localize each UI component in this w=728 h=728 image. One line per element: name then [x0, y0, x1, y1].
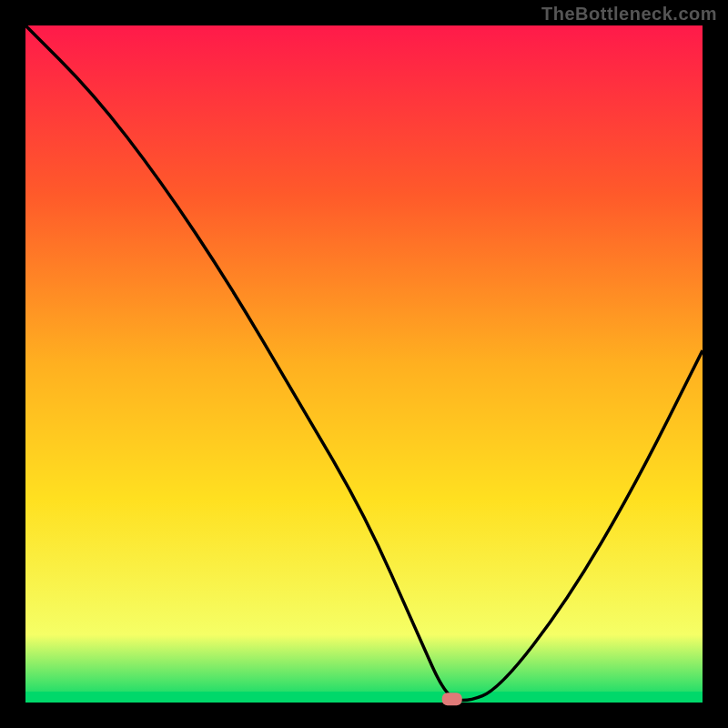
bottleneck-chart: [0, 0, 728, 728]
plot-background: [25, 25, 703, 703]
watermark-text: TheBottleneck.com: [541, 4, 717, 25]
optimum-marker: [442, 693, 462, 705]
chart-frame: TheBottleneck.com: [0, 0, 728, 728]
baseline-strip: [25, 692, 703, 703]
